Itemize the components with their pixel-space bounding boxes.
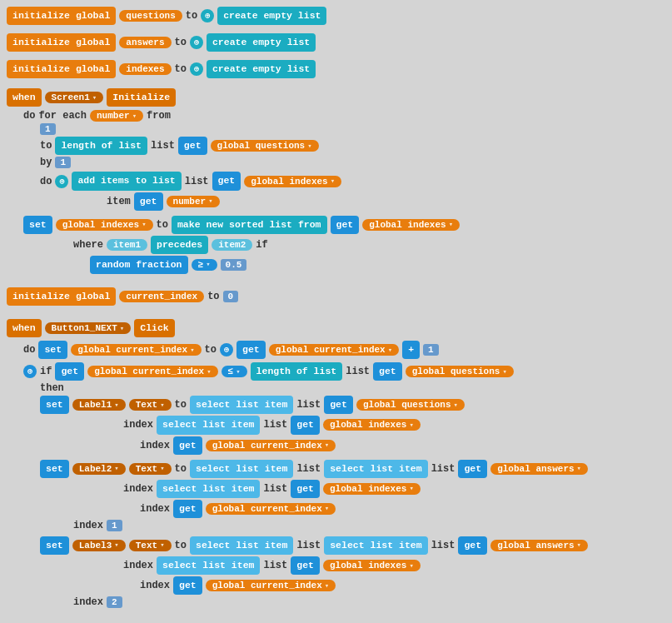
to-label2: to — [175, 37, 187, 48]
val05: 0.5 — [221, 259, 247, 271]
gte-pill[interactable]: ≥ ▾ — [192, 259, 217, 271]
get-label5: get — [236, 341, 266, 359]
index-label4: index — [140, 503, 170, 515]
index-val1: 1 — [107, 520, 122, 531]
button1-next-pill[interactable]: Button1_NEXT ▾ — [45, 322, 132, 334]
global-current-pill3[interactable]: global current_index ▾ — [87, 366, 217, 377]
from-label: from — [147, 110, 171, 122]
to-label7: to — [205, 344, 217, 356]
get-label16: get — [173, 576, 202, 595]
to-label4: to — [40, 140, 52, 152]
get-label14: get — [458, 536, 487, 555]
initialize-global-label3: initialize global — [7, 60, 116, 78]
by-val: 1 — [55, 157, 71, 168]
list-label2: list — [185, 176, 209, 187]
to-label8: to — [175, 399, 187, 411]
get-label3: get — [134, 192, 163, 211]
get-label9: get — [291, 416, 320, 434]
for-each-label: for each — [38, 110, 87, 122]
get-label13: get — [173, 500, 202, 518]
set-label3-row: set Label3 ▾ Text ▾ to select list item … — [40, 536, 669, 555]
number-pill2[interactable]: number ▾ — [167, 196, 220, 207]
label2-pill[interactable]: Label2 ▾ — [72, 463, 126, 475]
label3-pill[interactable]: Label3 ▾ — [72, 540, 126, 551]
current-index-var[interactable]: current_index — [119, 291, 204, 302]
then-label: then — [40, 382, 64, 394]
get-label8: get — [324, 396, 353, 414]
to-label3: to — [175, 63, 187, 75]
list-label9: list — [296, 540, 321, 551]
plus-block: + — [402, 341, 420, 359]
set-indexes-row: set global indexes ▾ to make new sorted … — [23, 216, 669, 234]
global-indexes-pill3[interactable]: global indexes ▾ — [362, 219, 460, 231]
list-label4: list — [296, 399, 321, 411]
get-label2: get — [212, 172, 241, 190]
text-pill2[interactable]: Text ▾ — [129, 463, 172, 475]
index-row4: index get global current_index ▾ — [140, 500, 669, 518]
length-of-list: length of list — [55, 137, 147, 155]
list-label5: list — [263, 419, 287, 431]
select-list-item7: select list item — [324, 536, 427, 555]
add-items-icon: ⊕ — [55, 175, 68, 188]
indexes-var[interactable]: indexes — [119, 63, 171, 75]
global-questions-pill3[interactable]: global questions ▾ — [356, 399, 465, 411]
do-inner-row: do ⊕ add items to list list get global i… — [40, 172, 669, 190]
label1-pill[interactable]: Label1 ▾ — [72, 399, 126, 411]
answers-var[interactable]: answers — [119, 37, 171, 48]
index-label2: index — [140, 440, 170, 451]
global-indexes-pill5[interactable]: global indexes ▾ — [323, 483, 421, 495]
global-current-pill2[interactable]: global current_index ▾ — [269, 344, 399, 356]
index-row2: index get global current_index ▾ — [140, 436, 669, 455]
to-label: to — [186, 10, 197, 22]
screen1-pill[interactable]: Screen1 ▾ — [45, 92, 104, 103]
questions-var[interactable]: questions — [119, 10, 182, 22]
text-pill3[interactable]: Text ▾ — [129, 540, 172, 551]
initialize-global-label2: initialize global — [7, 33, 116, 52]
item-label: item — [107, 196, 131, 207]
select-list-item4: select list item — [324, 460, 427, 478]
item1-pill[interactable]: item1 — [107, 239, 147, 251]
create-empty-list2: create empty list — [207, 33, 316, 52]
by-label: by — [40, 157, 52, 168]
get-label12: get — [291, 480, 320, 498]
lte-pill[interactable]: ≤ ▾ — [222, 366, 247, 377]
global-current-pill[interactable]: global current_index ▾ — [71, 344, 201, 356]
initialize-global-label: initialize global — [7, 7, 116, 25]
global-answers-pill[interactable]: global answers ▾ — [490, 463, 588, 475]
index-label3: index — [123, 483, 153, 495]
list-label10: list — [431, 540, 455, 551]
global-current-pill5[interactable]: global current_index ▾ — [206, 503, 336, 515]
text-pill[interactable]: Text ▾ — [129, 399, 172, 411]
list-label: list — [151, 140, 175, 152]
index-label7: index — [140, 580, 170, 591]
create-empty-list: create empty list — [217, 7, 326, 25]
set-label: set — [23, 216, 52, 234]
global-indexes-pill6[interactable]: global indexes ▾ — [323, 560, 421, 571]
global-questions-pill[interactable]: global questions ▾ — [211, 140, 319, 152]
do-label2: do — [23, 344, 35, 356]
init-questions-block: initialize global questions to ⊕ create … — [7, 7, 669, 25]
global-answers-pill2[interactable]: global answers ▾ — [490, 540, 588, 551]
length-of-list2: length of list — [251, 362, 343, 381]
global-questions-pill2[interactable]: global questions ▾ — [406, 366, 514, 377]
global-indexes-pill4[interactable]: global indexes ▾ — [323, 419, 421, 431]
number-pill[interactable]: number ▾ — [90, 110, 143, 122]
initialize-event: Initialize — [107, 88, 176, 107]
index-label: index — [123, 419, 153, 431]
global-indexes-pill2[interactable]: global indexes ▾ — [56, 219, 153, 231]
list-label3: list — [346, 366, 370, 377]
initialize-global-label4: initialize global — [7, 287, 116, 306]
select-list-item6: select list item — [190, 536, 293, 555]
random-row: random fraction ≥ ▾ 0.5 — [90, 256, 669, 274]
global-current-pill4[interactable]: global current_index ▾ — [206, 440, 336, 451]
index-row6: index get global current_index ▾ — [140, 576, 669, 595]
global-current-pill6[interactable]: global current_index ▾ — [206, 580, 336, 591]
get-label6: get — [55, 362, 84, 381]
init-indexes-block: initialize global indexes to ⊕ create em… — [7, 60, 669, 78]
get-label10: get — [173, 436, 202, 455]
global-indexes-pill[interactable]: global indexes ▾ — [244, 176, 341, 187]
do-label: do — [23, 110, 35, 122]
to-label10: to — [175, 540, 187, 551]
item2-pill[interactable]: item2 — [212, 239, 252, 251]
init-current-index-block: initialize global current_index to 0 — [7, 287, 669, 306]
